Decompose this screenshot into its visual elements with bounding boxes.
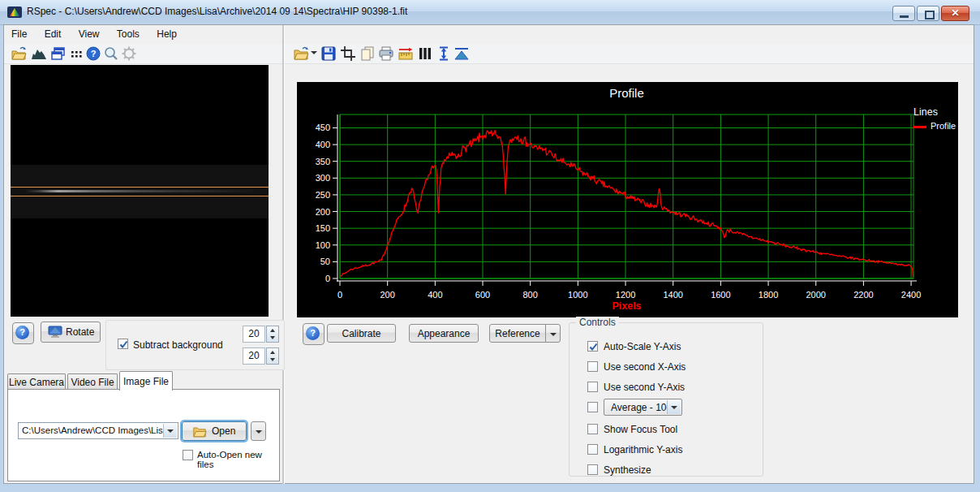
spin-up-icon[interactable]	[270, 351, 275, 354]
menu-help[interactable]: Help	[149, 25, 184, 44]
open-button[interactable]: Open	[182, 421, 247, 441]
selection-line-top[interactable]	[11, 187, 269, 188]
spinner-arrows[interactable]	[266, 347, 279, 365]
crop-icon[interactable]	[340, 45, 356, 62]
panel-splitter[interactable]	[282, 25, 285, 484]
y-tick-label: 350	[316, 157, 330, 166]
open-dropdown-arrow-icon[interactable]	[311, 51, 317, 54]
show-focus-tool-checkbox[interactable]	[587, 424, 598, 434]
file-path-combobox[interactable]: C:\Users\Andrew\CCD Images\Lisa	[18, 422, 178, 439]
x-tick-label: 2000	[806, 290, 825, 300]
menu-edit[interactable]: Edit	[37, 25, 69, 44]
auto-scale-y-checkbox[interactable]	[587, 341, 598, 352]
settings-icon[interactable]	[121, 45, 137, 62]
chart-legend: Lines Profile	[913, 106, 956, 131]
copy-icon[interactable]	[359, 45, 376, 62]
close-button[interactable]: ✕	[941, 6, 969, 21]
background-offset-bottom-spinner[interactable]: 20	[243, 347, 280, 365]
help-button[interactable]: ?	[303, 323, 325, 345]
appearance-button[interactable]: Appearance	[409, 324, 479, 343]
average-combobox[interactable]: Average - 100	[604, 399, 682, 416]
rotate-label: Rotate	[66, 326, 94, 338]
subtract-background-checkbox[interactable]	[118, 339, 128, 349]
chart-plot-area[interactable]: 0501001502002503003504004500200400600800…	[297, 82, 958, 317]
spinner-value[interactable]: 20	[243, 347, 265, 365]
spin-up-icon[interactable]	[270, 329, 275, 332]
help-icon[interactable]: ?	[85, 45, 101, 62]
second-y-axis-checkbox[interactable]	[587, 382, 598, 392]
background-offset-top-spinner[interactable]: 20	[243, 326, 280, 343]
y-tick-label: 200	[316, 207, 330, 217]
reference-button[interactable]: Reference	[489, 324, 546, 343]
x-tick-label: 0	[337, 290, 342, 300]
x-tick-label: 200	[380, 290, 394, 300]
save-icon[interactable]	[320, 45, 337, 62]
spinner-arrows[interactable]	[266, 326, 279, 343]
profile-chart[interactable]: Profile 05010015020025030035040045002004…	[297, 82, 958, 317]
x-tick-label: 2400	[901, 290, 921, 300]
print-icon[interactable]	[378, 45, 394, 62]
histogram-icon[interactable]	[31, 45, 47, 62]
grid-dots-icon[interactable]	[69, 45, 85, 62]
x-tick-label: 800	[523, 290, 538, 300]
close-icon: ✕	[942, 7, 969, 19]
fit-peak-icon[interactable]	[453, 45, 470, 62]
minimize-button[interactable]	[892, 6, 915, 21]
menu-tools[interactable]: Tools	[110, 25, 147, 44]
columns-icon[interactable]	[417, 45, 433, 62]
tab-video-file[interactable]: Video File	[67, 373, 118, 390]
combo-dropdown-icon[interactable]	[667, 400, 681, 414]
app-window: RSpec - C:\Users\Andrew\CCD Images\Lisa\…	[0, 0, 980, 492]
open-dropdown-button[interactable]	[251, 421, 266, 441]
title-bar[interactable]: RSpec - C:\Users\Andrew\CCD Images\Lisa\…	[0, 0, 980, 25]
reference-dropdown-button[interactable]	[545, 324, 561, 343]
fit-vertical-icon[interactable]	[436, 45, 452, 62]
window-title: RSpec - C:\Users\Andrew\CCD Images\Lisa\…	[27, 6, 407, 17]
y-tick-label: 0	[325, 274, 330, 283]
logarithmic-y-label: Logarithmic Y-axis	[604, 444, 682, 455]
average-checkbox[interactable]	[587, 402, 598, 412]
menu-view[interactable]: View	[71, 25, 107, 44]
help-button[interactable]: ?	[12, 322, 34, 344]
help-icon: ?	[15, 326, 29, 339]
open-file-icon[interactable]	[293, 45, 309, 62]
synthesize-label: Synthesize	[604, 464, 651, 476]
help-icon: ?	[306, 326, 320, 340]
rotate-button[interactable]: Rotate	[41, 322, 101, 343]
check-icon	[118, 339, 129, 350]
measure-icon[interactable]	[398, 45, 414, 62]
spin-down-icon[interactable]	[270, 358, 275, 361]
profile-series-line[interactable]	[340, 131, 913, 278]
folder-icon	[192, 425, 207, 438]
show-focus-tool-label: Show Focus Tool	[604, 424, 677, 435]
second-y-axis-label: Use second Y-Axis	[604, 382, 685, 393]
restore-button[interactable]	[917, 6, 939, 21]
x-tick-label: 600	[475, 290, 490, 300]
selection-line-bottom[interactable]	[11, 196, 269, 196]
logarithmic-y-checkbox[interactable]	[587, 444, 598, 455]
second-x-axis-checkbox[interactable]	[587, 361, 598, 372]
open-file-icon[interactable]	[11, 45, 27, 62]
open-label: Open	[212, 425, 235, 437]
chart-title: Profile	[340, 86, 913, 100]
synthesize-checkbox[interactable]	[587, 464, 598, 475]
combo-dropdown-icon[interactable]	[163, 424, 177, 438]
controls-group-title: Controls	[576, 317, 619, 328]
y-tick-label: 400	[316, 140, 330, 149]
chart-x-axis-label: Pixels	[340, 300, 913, 312]
svg-text:?: ?	[91, 49, 97, 58]
cascade-windows-icon[interactable]	[50, 45, 67, 62]
zoom-icon[interactable]	[103, 45, 119, 62]
legend-entry-profile: Profile	[931, 121, 956, 131]
spinner-value[interactable]: 20	[243, 326, 265, 343]
auto-open-checkbox[interactable]	[183, 450, 193, 460]
x-tick-label: 1600	[711, 290, 730, 300]
image-file-tab-panel: C:\Users\Andrew\CCD Images\Lisa Open Aut…	[7, 389, 280, 481]
tab-live-camera[interactable]: Live Camera	[7, 373, 66, 390]
menu-file[interactable]: File	[4, 25, 34, 44]
calibrate-button[interactable]: Calibrate	[327, 324, 396, 343]
tab-image-file[interactable]: Image File	[119, 371, 173, 391]
image-preview[interactable]	[11, 65, 269, 317]
x-tick-label: 1000	[568, 290, 587, 300]
spin-down-icon[interactable]	[270, 336, 275, 339]
